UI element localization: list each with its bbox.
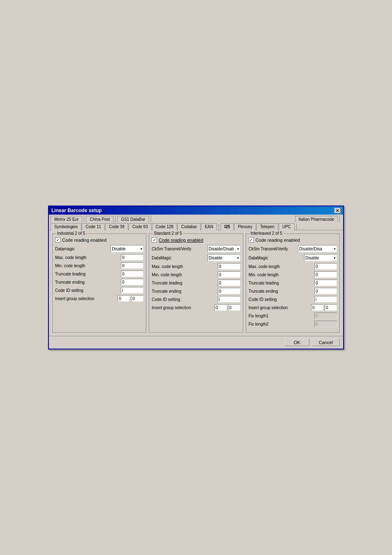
tab-plessey[interactable]: Plessey — [234, 223, 256, 230]
title-bar: Linear Barcode setup ✕ — [49, 206, 343, 215]
tab-code39[interactable]: Code 39 — [105, 223, 128, 230]
close-button[interactable]: ✕ — [334, 208, 341, 213]
standard-datamagic-select[interactable]: Disable Enable — [208, 254, 240, 261]
ok-button[interactable]: OK — [285, 339, 309, 346]
tab-ean[interactable]: EAN — [201, 223, 217, 230]
interleaved-code-id-input[interactable] — [314, 296, 337, 303]
interleaved-code-reading-checkbox[interactable]: ✓ — [249, 237, 254, 243]
interleaved-truncate-ending-row: Truncate ending — [249, 288, 337, 294]
tab-divider6 — [296, 224, 297, 230]
industrial-insert-group-val1[interactable] — [118, 295, 130, 302]
standard-code-id-row: Code ID setting — [152, 296, 240, 303]
industrial-truncate-leading-input[interactable] — [121, 271, 143, 277]
standard-max-code-input[interactable] — [218, 263, 240, 270]
industrial-datamagic-row: Datamagic Disable Enable — [55, 245, 143, 252]
interleaved-datamagic-select[interactable]: Disable Enable — [304, 254, 337, 261]
industrial-max-code-label: Max. code length — [55, 255, 121, 260]
industrial-insert-group-label: Insert group selection — [55, 296, 118, 301]
tab-i25[interactable]: I25 — [221, 223, 234, 230]
content-area: Industrial 2 of 5 ✓ Code reading enabled… — [49, 230, 343, 336]
industrial-max-code-input[interactable] — [121, 254, 143, 261]
interleaved-truncate-ending-input[interactable] — [314, 288, 337, 294]
interleaved-fix-length2-row: Fix length2 — [249, 321, 337, 327]
industrial-code-id-row: Code ID setting — [55, 287, 143, 294]
group-interleaved: Interleaved 2 of 5 ✓ Code reading enable… — [246, 234, 340, 333]
interleaved-insert-group-val2[interactable] — [325, 304, 337, 311]
tab-telepen[interactable]: Telepen — [256, 223, 278, 230]
group-industrial: Industrial 2 of 5 ✓ Code reading enabled… — [52, 234, 146, 333]
group-industrial-title: Industrial 2 of 5 — [56, 231, 86, 236]
industrial-datamagic-label: Datamagic — [55, 247, 111, 251]
standard-min-code-row: Min. code length — [152, 271, 240, 278]
interleaved-fix-length1-input[interactable] — [314, 312, 337, 319]
industrial-datamagic-select[interactable]: Disable Enable — [111, 245, 143, 252]
standard-datamagic-wrapper: Disable Enable — [208, 254, 240, 261]
tab-upc[interactable]: UPC — [279, 223, 295, 230]
interleaved-insert-group-label: Insert group selection — [249, 305, 311, 310]
standard-insert-group-inputs — [214, 304, 240, 311]
interleaved-cksum-select[interactable]: Disable/Disa Enable/Enable — [298, 245, 337, 252]
industrial-truncate-leading-row: Truncate leading — [55, 271, 143, 277]
standard-datamagic-row: DataMagic Disable Enable — [152, 254, 240, 261]
tabs-container: Metrix 25 Eur China Post GS1 DataBar Ita… — [49, 215, 343, 230]
standard-insert-group-val2[interactable] — [228, 304, 240, 311]
main-window: Linear Barcode setup ✕ Metrix 25 Eur Chi… — [48, 206, 344, 349]
industrial-insert-group-row: Insert group selection — [55, 295, 143, 302]
standard-code-reading-label: Code reading enabled — [159, 238, 203, 243]
standard-truncate-leading-input[interactable] — [218, 280, 240, 286]
interleaved-fix-length2-input[interactable] — [314, 321, 337, 327]
standard-code-id-input[interactable] — [218, 296, 240, 303]
tab-symbologies[interactable]: Symbologies — [51, 223, 81, 230]
cancel-button[interactable]: Cancel — [312, 339, 340, 346]
tab-divider5 — [219, 224, 219, 230]
industrial-truncate-ending-input[interactable] — [121, 279, 143, 285]
tab-chinapost[interactable]: China Post — [86, 216, 113, 222]
industrial-max-code-row: Max. code length — [55, 254, 143, 261]
standard-truncate-ending-label: Truncate ending — [152, 289, 217, 294]
tab-code11[interactable]: Code 11 — [82, 223, 105, 230]
standard-cksum-row: CkSm Transmit/Verify Disable/Disab Enabl… — [152, 245, 240, 252]
interleaved-max-code-row: Max. code length — [249, 263, 337, 270]
standard-insert-group-val1[interactable] — [214, 304, 227, 311]
industrial-code-reading-checkbox[interactable]: ✓ — [55, 237, 60, 243]
tab-code93[interactable]: Code 93 — [129, 223, 152, 230]
tab-gs1databar[interactable]: GS1 DataBar — [117, 216, 149, 222]
interleaved-insert-group-row: Insert group selection — [249, 304, 337, 311]
interleaved-code-reading-row: ✓ Code reading enabled — [249, 237, 337, 243]
standard-cksum-select[interactable]: Disable/Disab Enable/Enable — [208, 245, 240, 252]
tab-codabar[interactable]: Codabar — [178, 223, 201, 230]
window-title: Linear Barcode setup — [51, 208, 102, 213]
interleaved-min-code-label: Min. code length — [249, 273, 314, 277]
group-standard: Standard 2 of 5 ✓ Code reading enabled C… — [149, 234, 243, 333]
interleaved-max-code-input[interactable] — [314, 263, 337, 270]
industrial-insert-group-val2[interactable] — [131, 295, 143, 302]
interleaved-insert-group-val1[interactable] — [311, 304, 323, 311]
interleaved-cksum-row: CkSm Transmit/Verify Disable/Disa Enable… — [249, 245, 337, 252]
industrial-code-reading-row: ✓ Code reading enabled — [55, 237, 143, 243]
interleaved-min-code-input[interactable] — [314, 271, 337, 278]
tab-code128[interactable]: Code 128 — [152, 223, 177, 230]
tab-row-bottom: Symbologies Code 11 Code 39 Code 93 Code… — [49, 222, 343, 230]
interleaved-truncate-leading-input[interactable] — [314, 280, 337, 286]
industrial-min-code-input[interactable] — [121, 262, 143, 269]
interleaved-truncate-leading-row: Truncate leading — [249, 280, 337, 286]
interleaved-datamagic-label: DataMagic — [249, 256, 304, 260]
bottom-bar: OK Cancel — [49, 336, 343, 349]
interleaved-fix-length2-label: Fix length2 — [249, 322, 314, 326]
standard-code-reading-row: ✓ Code reading enabled — [152, 237, 240, 243]
industrial-min-code-label: Min. code length — [55, 264, 121, 268]
standard-truncate-ending-input[interactable] — [218, 288, 240, 294]
standard-max-code-label: Max. code length — [152, 264, 217, 269]
tab-divider — [84, 215, 84, 222]
group-standard-title: Standard 2 of 5 — [152, 231, 183, 236]
tab-italianpharmacode[interactable]: Italian Pharmacode — [295, 216, 338, 222]
standard-code-reading-checkbox[interactable]: ✓ — [152, 237, 157, 243]
standard-insert-group-row: Insert group selection — [152, 304, 240, 311]
standard-cksum-wrapper: Disable/Disab Enable/Enable — [208, 245, 240, 252]
tab-metrix25eur[interactable]: Metrix 25 Eur — [51, 216, 82, 222]
standard-min-code-input[interactable] — [218, 271, 240, 278]
standard-cksum-label: CkSm Transmit/Verify — [152, 247, 207, 251]
standard-truncate-ending-row: Truncate ending — [152, 288, 240, 294]
interleaved-min-code-row: Min. code length — [249, 271, 337, 278]
industrial-code-id-input[interactable] — [121, 287, 143, 294]
